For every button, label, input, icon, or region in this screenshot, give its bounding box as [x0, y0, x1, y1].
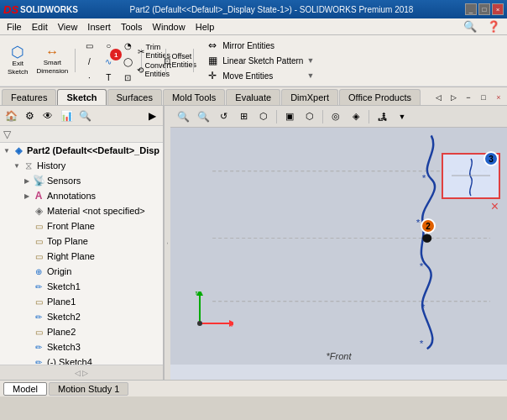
panel-minimize-button[interactable]: − [462, 91, 475, 104]
help-search[interactable]: 🔍 [458, 18, 482, 34]
tree-front-plane[interactable]: ▭ Front Plane [0, 218, 163, 234]
tree-top-plane[interactable]: ▭ Top Plane [0, 234, 163, 249]
tree-annotations[interactable]: ▶ A Annotations [0, 188, 163, 203]
view-cube-button[interactable]: ⬡ [301, 108, 319, 125]
linear-sketch-pattern-button[interactable]: ▦ Linear Sketch Pattern ▼ [203, 53, 316, 68]
menu-window[interactable]: Window [148, 20, 191, 34]
tree-root[interactable]: ▼ ◈ Part2 (Default<<Default>_Disp [0, 143, 163, 158]
zoom-in-button[interactable]: 🔍 [194, 108, 212, 125]
sk3-label: Sketch3 [47, 342, 81, 352]
tab-sketch[interactable]: Sketch [57, 89, 106, 105]
exit-sketch-button[interactable]: ⬡ ExitSketch [3, 42, 32, 79]
thumbnail-close-button[interactable]: × [491, 199, 499, 214]
tree-right-plane[interactable]: ▭ Right Plane [0, 249, 163, 264]
tree-sketch4[interactable]: ✏ (-) Sketch4 [0, 354, 163, 365]
menu-insert[interactable]: Insert [82, 20, 116, 34]
rp-icon: ▭ [32, 249, 45, 263]
scene-button[interactable]: 🏞 [373, 108, 391, 125]
sk2-icon: ✏ [32, 310, 45, 323]
root-expand: ▼ [2, 147, 12, 155]
panel-right-button[interactable]: ▷ [447, 91, 460, 104]
menu-tools[interactable]: Tools [116, 20, 148, 34]
tab-features[interactable]: Features [2, 89, 56, 105]
text-tool[interactable]: T [99, 69, 118, 86]
tab-evaluate[interactable]: Evaluate [226, 89, 280, 105]
viewport-toolbar: 🔍 🔍 ↺ ⊞ ⬡ ▣ ⬡ ◎ ◈ 🏞 ▼ [170, 106, 507, 128]
tab-model[interactable]: Model [3, 382, 47, 396]
exit-sketch-icon: ⬡ [11, 45, 24, 60]
badge-3: 3 [483, 151, 499, 166]
tree-plane1[interactable]: ▭ Plane1 [0, 294, 163, 309]
root-icon: ◈ [12, 144, 25, 157]
help-icon[interactable]: ❓ [482, 18, 505, 34]
orig-label: Origin [47, 266, 71, 276]
hide-show-button[interactable]: ◎ [327, 108, 345, 125]
menu-file[interactable]: File [2, 20, 27, 34]
panel-resize-bar[interactable]: ◁ ▷ [0, 365, 163, 380]
panel-dm-button[interactable]: 📊 [58, 108, 75, 123]
rectangle-tool[interactable]: ▭ [80, 37, 98, 54]
mat-label: Material <not specified> [47, 206, 145, 216]
panel-config-button[interactable]: ⚙ [21, 108, 38, 123]
menu-help[interactable]: Help [191, 20, 220, 34]
tree-sketch2[interactable]: ✏ Sketch2 [0, 309, 163, 324]
panel-resize-handle[interactable]: · · · [164, 106, 170, 380]
mirror-entities-button[interactable]: ⇔ Mirror Entities [203, 38, 316, 53]
arc-tool[interactable]: ◔ [118, 37, 137, 54]
panel-left-button[interactable]: ◁ [431, 91, 445, 104]
section-view-button[interactable]: ⊞ [234, 108, 253, 125]
convert-entities-button[interactable]: ⟲ Convert Entities [144, 61, 163, 78]
vp-sep3 [368, 110, 369, 123]
svg-text:X: X [231, 320, 233, 328]
tree-history[interactable]: ▼ ⧖ History [0, 158, 163, 173]
toolbar-area: ⬡ ExitSketch ↔ SmartDimension ▭ ○ ◔ / ∿ … [0, 35, 507, 87]
view-rotate-button[interactable]: ↺ [214, 108, 233, 125]
move-icon: ✛ [206, 69, 219, 82]
move-entities-button[interactable]: ✛ Move Entities ▼ [203, 68, 316, 83]
tab-motion-study[interactable]: Motion Study 1 [49, 382, 128, 396]
smart-dim-label: SmartDimension [36, 59, 68, 75]
point-tool[interactable]: · [80, 69, 98, 86]
line-tool[interactable]: / [80, 53, 98, 70]
smart-dimension-button[interactable]: ↔ SmartDimension [32, 42, 72, 79]
tab-mold-tools[interactable]: Mold Tools [163, 89, 225, 105]
sk1-icon: ✏ [32, 280, 45, 293]
linear-pattern-icon: ▦ [206, 54, 219, 67]
canvas[interactable]: * * * * * X Y [170, 128, 507, 365]
tree-sensors[interactable]: ▶ 📡 Sensors [0, 173, 163, 188]
tree-sketch3[interactable]: ✏ Sketch3 [0, 339, 163, 354]
zoom-out-button[interactable]: 🔍 [174, 108, 192, 125]
spline-tool[interactable]: ∿ 1 [99, 53, 118, 70]
display-style-button[interactable]: ▣ [280, 108, 299, 125]
panel-search-button[interactable]: 🔍 [76, 108, 93, 123]
panel-display-button[interactable]: 👁 [39, 108, 56, 123]
trim-entities-button[interactable]: ✂ Trim Entities [144, 43, 163, 60]
menu-edit[interactable]: Edit [27, 20, 53, 34]
smart-dim-icon: ↔ [45, 45, 59, 59]
tab-office-products[interactable]: Office Products [339, 89, 421, 105]
tree-material[interactable]: ◈ Material <not specified> [0, 203, 163, 218]
panel-arrow-button[interactable]: ▶ [144, 108, 160, 123]
view-orient-button[interactable]: ⬡ [254, 108, 273, 125]
minimize-button[interactable]: _ [465, 3, 477, 15]
convert-icon: ⟲ [137, 66, 144, 75]
sk4-icon: ✏ [32, 355, 45, 365]
ds-label: DS [3, 3, 18, 16]
menu-view[interactable]: View [53, 20, 83, 34]
maximize-button[interactable]: □ [478, 3, 490, 15]
render-button[interactable]: ◈ [347, 108, 365, 125]
tab-dimxpert[interactable]: DimXpert [281, 89, 338, 105]
tree-origin[interactable]: ⊕ Origin [0, 264, 163, 279]
offset-entities-button[interactable]: ⊡ Offset Entities [170, 52, 189, 69]
tree-sketch1[interactable]: ✏ Sketch1 [0, 279, 163, 294]
sep4 [193, 49, 194, 72]
construct-tool[interactable]: ⊡ [118, 69, 137, 86]
tab-surfaces[interactable]: Surfaces [107, 89, 162, 105]
tree-plane2[interactable]: ▭ Plane2 [0, 324, 163, 339]
close-button[interactable]: × [492, 3, 504, 15]
sensors-label: Sensors [47, 176, 81, 186]
panel-maximize-button[interactable]: □ [477, 91, 490, 104]
panel-close-button[interactable]: × [492, 91, 505, 104]
panel-home-button[interactable]: 🏠 [3, 108, 19, 123]
scene-drop[interactable]: ▼ [393, 108, 411, 125]
